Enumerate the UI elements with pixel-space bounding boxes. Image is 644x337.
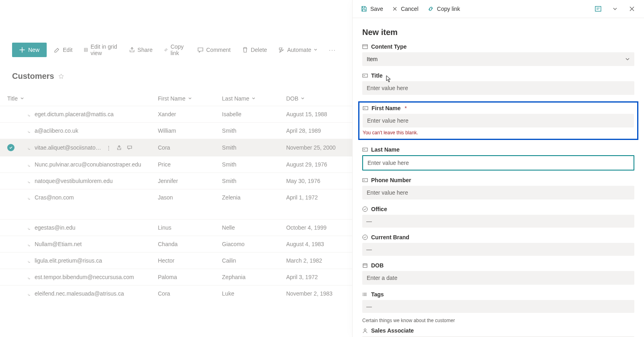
row-last-name: Smith: [215, 173, 279, 189]
row-first-name: Price: [151, 156, 215, 173]
row-first-name: Linus: [151, 219, 215, 236]
row-first-name: Cora: [151, 139, 215, 156]
row-last-name: Smith: [215, 139, 279, 156]
edit-form-icon[interactable]: [592, 3, 604, 14]
table-row[interactable]: ⤷Cras@non.comJasonZeleniaApril 1, 1972: [0, 189, 352, 206]
row-title: vitae.aliquet@sociisnato…: [35, 144, 101, 151]
row-share-icon[interactable]: [116, 145, 122, 151]
panel-copy-link-button[interactable]: Copy link: [426, 3, 462, 14]
row-title: est.tempor.bibendum@neccursusa.com: [35, 274, 134, 280]
first-name-label: First Name: [372, 105, 400, 111]
phone-input[interactable]: [362, 186, 634, 199]
row-first-name: William: [151, 123, 215, 139]
svg-rect-1: [595, 6, 601, 11]
column-dob[interactable]: DOB: [286, 95, 305, 102]
form-dropdown[interactable]: [609, 3, 621, 14]
row-dob: November 25, 2000: [279, 139, 352, 156]
grid-view-button[interactable]: Edit in grid view: [80, 40, 121, 60]
table-row[interactable]: ⤷ligula.elit.pretium@risus.caHectorCaili…: [0, 252, 352, 269]
svg-point-12: [363, 295, 363, 296]
sales-associate-label: Sales Associate: [371, 327, 414, 334]
row-dob: April 1, 1972: [279, 189, 352, 206]
row-comment-icon[interactable]: [127, 145, 132, 151]
save-button[interactable]: Save: [359, 3, 385, 14]
row-dob: May 30, 1976: [279, 173, 352, 189]
title-input[interactable]: [362, 81, 634, 95]
overflow-button[interactable]: ···: [325, 43, 340, 56]
edit-button[interactable]: Edit: [50, 43, 76, 56]
office-label: Office: [371, 206, 387, 212]
table-row[interactable]: ⤷est.tempor.bibendum@neccursusa.comPalom…: [0, 269, 352, 285]
column-last-name[interactable]: Last Name: [222, 95, 256, 102]
row-first-name: Jason: [151, 189, 215, 206]
row-last-name: Isabelle: [215, 106, 279, 123]
content-type-icon: [362, 44, 368, 49]
calendar-icon: [362, 263, 368, 268]
customers-table: Title First Name Last Name: [0, 91, 352, 302]
share-button[interactable]: Share: [125, 43, 157, 56]
title-field-label: Title: [371, 72, 383, 79]
row-last-name: Nelle: [215, 219, 279, 236]
row-last-name: Luke: [215, 285, 279, 302]
brand-select[interactable]: —: [362, 243, 634, 256]
column-first-name[interactable]: First Name: [158, 95, 192, 102]
row-last-name: Zephania: [215, 269, 279, 285]
row-title: egestas@in.edu: [35, 224, 75, 231]
text-field-icon: [362, 177, 368, 183]
row-last-name: Smith: [215, 123, 279, 139]
first-name-input[interactable]: [363, 114, 634, 127]
tags-helper-text: Certain things we know about the custome…: [362, 318, 634, 323]
text-field-icon: [362, 73, 368, 78]
favorite-icon[interactable]: [58, 73, 64, 80]
new-button-label: New: [28, 47, 39, 53]
first-name-error: You can't leave this blank.: [363, 130, 634, 136]
phone-label: Phone Number: [371, 177, 411, 183]
command-bar: New Edit Edit in grid view Share Copy li…: [0, 8, 352, 60]
row-first-name: Paloma: [151, 269, 215, 285]
new-button[interactable]: New: [12, 43, 47, 57]
table-row[interactable]: ⤷Nullam@Etiam.netChandaGiacomoAugust 4, …: [0, 236, 352, 252]
list-title: Customers: [12, 72, 54, 81]
svg-rect-0: [84, 48, 87, 51]
copy-link-button[interactable]: Copy link: [160, 40, 190, 60]
cancel-button[interactable]: Cancel: [390, 3, 420, 14]
svg-point-13: [364, 329, 366, 331]
last-name-input[interactable]: [363, 156, 634, 170]
row-first-name: Chanda: [151, 236, 215, 252]
column-title[interactable]: Title: [7, 95, 24, 102]
panel-title: New item: [362, 28, 634, 37]
row-dob: August 4, 1983: [279, 236, 352, 252]
table-row[interactable]: ⤷eleifend.nec.malesuada@atrisus.caCoraLu…: [0, 285, 352, 302]
text-field-icon: [362, 147, 368, 152]
content-type-select[interactable]: Item: [362, 52, 634, 66]
automate-button[interactable]: Automate: [274, 43, 322, 56]
list-main: New Edit Edit in grid view Share Copy li…: [0, 0, 352, 337]
table-row[interactable]: ⤷a@aclibero.co.ukWilliamSmithApril 28, 1…: [0, 123, 352, 139]
row-title: natoque@vestibulumlorem.edu: [35, 178, 113, 184]
tags-select[interactable]: —: [362, 300, 634, 313]
row-dob: October 4, 1999: [279, 219, 352, 236]
choice-icon: [362, 234, 368, 240]
row-first-name: Xander: [151, 106, 215, 123]
table-row[interactable]: ⤷vitae.aliquet@sociisnato…⋮CoraSmithNove…: [0, 139, 352, 156]
dob-label: DOB: [371, 262, 384, 269]
table-row[interactable]: ⤷natoque@vestibulumlorem.eduJenniferSmit…: [0, 173, 352, 189]
table-row[interactable]: ⤷Nunc.pulvinar.arcu@conubianostraper.edu…: [0, 156, 352, 173]
row-last-name: Giacomo: [215, 236, 279, 252]
comment-button[interactable]: Comment: [193, 43, 235, 56]
row-more-icon[interactable]: ⋮: [106, 145, 111, 151]
row-title: ligula.elit.pretium@risus.ca: [35, 257, 102, 264]
svg-point-8: [363, 235, 367, 240]
row-title: eleifend.nec.malesuada@atrisus.ca: [35, 290, 124, 297]
row-last-name: Cailin: [215, 252, 279, 269]
dob-input[interactable]: [362, 271, 634, 285]
text-field-icon: [363, 105, 368, 111]
close-icon[interactable]: [626, 3, 638, 14]
row-title: Nunc.pulvinar.arcu@conubianostraper.edu: [35, 161, 141, 168]
brand-label: Current Brand: [371, 234, 409, 240]
office-select[interactable]: —: [362, 215, 634, 228]
table-row[interactable]: ⤷egestas@in.eduLinusNelleOctober 4, 1999: [0, 219, 352, 236]
table-row[interactable]: ⤷eget.dictum.placerat@mattis.caXanderIsa…: [0, 106, 352, 123]
row-first-name: Hector: [151, 252, 215, 269]
delete-button[interactable]: Delete: [238, 43, 271, 56]
